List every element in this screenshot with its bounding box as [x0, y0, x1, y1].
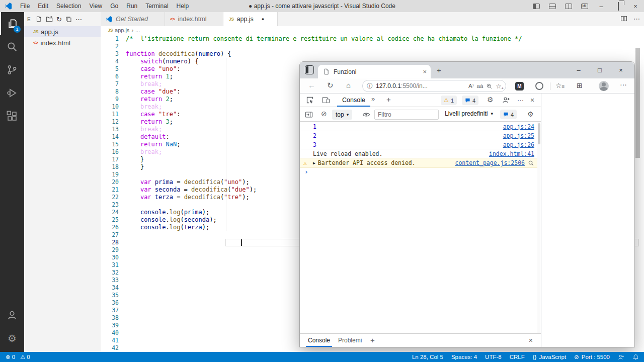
profile-avatar[interactable]: [599, 81, 609, 91]
more-panels-icon[interactable]: »: [371, 95, 375, 103]
toggle-panel-icon[interactable]: [549, 4, 556, 9]
menu-help[interactable]: Help: [173, 2, 193, 11]
toggle-sidebar-icon[interactable]: [533, 4, 540, 9]
context-selector[interactable]: top ▾: [332, 110, 352, 120]
url-text[interactable]: 127.0.0.1:5500/in...: [376, 82, 465, 89]
code-line[interactable]: 2: [101, 43, 644, 50]
file-item-app.js[interactable]: JSapp.js: [24, 26, 101, 37]
add-favorite-icon[interactable]: ☆: [496, 82, 502, 90]
code-line[interactable]: 1/* l'istruzione return consente di term…: [101, 35, 644, 43]
console-sidebar-icon[interactable]: [305, 111, 313, 119]
menu-selection[interactable]: Selection: [53, 2, 85, 11]
activity-run-debug[interactable]: [0, 81, 24, 105]
status-crlf[interactable]: CRLF: [510, 354, 525, 360]
drawer-close-icon[interactable]: ×: [527, 334, 535, 347]
browser-close-button[interactable]: ×: [610, 66, 631, 74]
drawer-tab-problemi[interactable]: Problemi: [336, 334, 364, 347]
console-message[interactable]: 2app.js:25: [300, 131, 537, 140]
device-emulation-icon[interactable]: [322, 96, 330, 104]
console-message[interactable]: ⚠▶Bartender API access denied.content_pa…: [300, 158, 537, 168]
back-icon[interactable]: ←: [308, 81, 315, 89]
browser-menu-icon[interactable]: ···: [620, 80, 627, 88]
browser-tab[interactable]: Funzioni ×: [318, 65, 431, 78]
read-aloud-icon[interactable]: A⁾: [468, 82, 474, 89]
source-link[interactable]: app.js:26: [503, 141, 534, 148]
tab-index-html[interactable]: <>index.html×: [165, 12, 224, 26]
inspect-element-icon[interactable]: [306, 96, 314, 104]
modified-dot-icon[interactable]: ●: [262, 17, 264, 22]
split-editor-icon[interactable]: [620, 15, 627, 22]
drawer-tab-console[interactable]: Console: [306, 334, 332, 347]
breadcrumb[interactable]: JS app.js › ...: [101, 26, 644, 34]
status-error[interactable]: ⊗0: [4, 353, 17, 360]
breadcrumb-more[interactable]: ...: [135, 27, 140, 33]
clear-console-icon[interactable]: ⊘: [321, 110, 327, 118]
tab-close-icon[interactable]: ×: [423, 68, 427, 75]
status-ln-28-col-5[interactable]: Ln 28, Col 5: [412, 354, 443, 360]
translate-icon[interactable]: aà: [477, 83, 484, 89]
activity-explorer[interactable]: 1: [0, 12, 24, 35]
source-link[interactable]: app.js:25: [503, 132, 534, 139]
console-message[interactable]: 1app.js:24: [300, 122, 537, 131]
new-file-icon[interactable]: [35, 16, 42, 23]
menu-edit[interactable]: Edit: [34, 2, 52, 11]
favorites-icon[interactable]: ☆≡: [555, 81, 565, 89]
breadcrumb-file[interactable]: app.js: [115, 27, 129, 33]
activity-extensions[interactable]: [0, 105, 24, 128]
console-message[interactable]: Live reload enabled.index.html:41: [300, 149, 537, 158]
console-messages-badge[interactable]: 4: [500, 110, 517, 119]
code-line[interactable]: 3function decodifica(numero) {: [101, 50, 644, 58]
devtools-more-icon[interactable]: ···: [517, 96, 524, 104]
menu-run[interactable]: Run: [123, 2, 141, 11]
minimize-button[interactable]: –: [593, 3, 610, 10]
console-settings-icon[interactable]: ⚙: [527, 111, 534, 118]
explorer-more-icon[interactable]: ⋯: [75, 16, 82, 23]
search-source-icon[interactable]: [528, 159, 534, 166]
console-prompt[interactable]: ›: [300, 168, 537, 177]
notifications-bell-icon[interactable]: [632, 354, 639, 360]
refresh-explorer-icon[interactable]: ↻: [56, 16, 62, 23]
console-message[interactable]: 3app.js:26: [300, 140, 537, 149]
status-spaces-4[interactable]: Spaces: 4: [451, 354, 477, 360]
source-link[interactable]: content_page.js:2506: [455, 159, 525, 166]
customize-layout-icon[interactable]: [581, 4, 588, 9]
filter-input[interactable]: [374, 110, 439, 120]
new-folder-icon[interactable]: [46, 16, 53, 23]
activity-settings[interactable]: ⚙: [0, 327, 24, 350]
activity-source-control[interactable]: [0, 58, 24, 81]
feedback-icon[interactable]: [618, 354, 624, 360]
browser-minimize-button[interactable]: –: [568, 66, 589, 74]
status-port-5500[interactable]: ⊘Port : 5500: [574, 353, 610, 360]
source-link[interactable]: app.js:24: [503, 123, 534, 130]
editor-scrollbar[interactable]: [635, 48, 640, 158]
toggle-secondary-sidebar-icon[interactable]: [565, 4, 572, 9]
menu-terminal[interactable]: Terminal: [142, 2, 172, 11]
warnings-badge[interactable]: ⚠ 1: [441, 96, 457, 105]
browser-maximize-button[interactable]: □: [589, 66, 610, 74]
devtools-close-icon[interactable]: ×: [530, 96, 534, 104]
messages-badge[interactable]: 4: [462, 96, 478, 105]
activity-search[interactable]: [0, 35, 24, 58]
add-panel-icon[interactable]: +: [386, 95, 391, 104]
status-javascript[interactable]: {}JavaScript: [533, 354, 566, 360]
restore-button[interactable]: [610, 3, 627, 10]
site-info-icon[interactable]: ⓘ: [367, 82, 373, 90]
collections-icon[interactable]: ⊞: [577, 81, 583, 89]
extension-icon[interactable]: [535, 82, 543, 90]
home-icon[interactable]: ⌂: [346, 81, 351, 89]
zoom-icon[interactable]: [486, 83, 493, 89]
devtools-console-tab[interactable]: Console: [337, 94, 370, 107]
menu-go[interactable]: Go: [107, 2, 122, 11]
source-link[interactable]: index.html:41: [489, 150, 534, 157]
tab-app-js[interactable]: JSapp.js●: [223, 12, 278, 26]
vertical-tabs-icon[interactable]: [305, 65, 314, 74]
log-levels-dropdown[interactable]: Livelli predefiniti ▾: [445, 110, 493, 117]
status-warning[interactable]: ⚠0: [19, 353, 32, 360]
devtools-settings-icon[interactable]: ⚙: [487, 96, 494, 103]
close-button[interactable]: ×: [627, 3, 644, 10]
refresh-icon[interactable]: ↻: [327, 81, 334, 90]
expand-icon[interactable]: ▶: [313, 161, 315, 165]
address-bar[interactable]: ⓘ 127.0.0.1:5500/in... A⁾ aà ☆: [362, 80, 506, 92]
devtools-scrollbar[interactable]: [537, 122, 541, 333]
menu-file[interactable]: File: [17, 2, 33, 11]
